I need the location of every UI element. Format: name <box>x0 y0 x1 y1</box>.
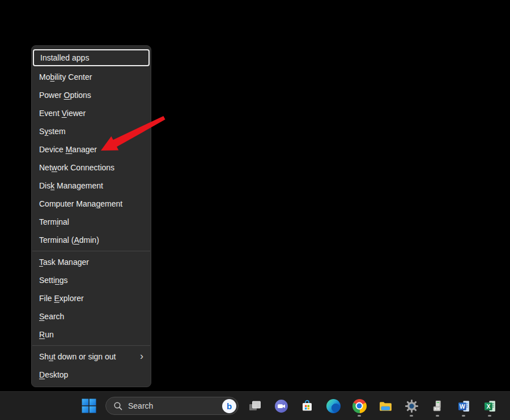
microsoft-store-button[interactable] <box>298 393 317 418</box>
menu-item-label: Computer Management <box>39 199 122 208</box>
menu-separator <box>32 251 150 251</box>
menu-item-search[interactable]: Search <box>32 307 151 325</box>
gear-icon <box>405 399 419 413</box>
menu-item-label: Terminal <box>39 217 69 226</box>
excel-icon: X <box>483 399 497 413</box>
menu-item-label: Settings <box>39 276 68 285</box>
excel-button[interactable]: X <box>480 393 499 418</box>
menu-item-device-manager[interactable]: Device Manager <box>32 140 151 158</box>
settings-button[interactable] <box>402 393 421 418</box>
chevron-right-icon: › <box>140 348 143 366</box>
word-button[interactable]: W <box>454 393 473 418</box>
menu-item-label: Device Manager <box>39 145 97 154</box>
task-view-button[interactable] <box>245 393 265 418</box>
menu-item-label: Terminal (Admin) <box>39 235 99 245</box>
menu-item-label: Desktop <box>39 370 68 379</box>
chat-button[interactable] <box>271 393 291 418</box>
menu-item-label: System <box>39 127 66 136</box>
menu-item-network-connections[interactable]: Network Connections <box>32 158 151 177</box>
menu-item-label: Mobility Center <box>39 72 92 82</box>
menu-item-run[interactable]: Run <box>32 325 151 344</box>
search-icon <box>113 401 123 411</box>
taskbar: Search b <box>0 391 510 420</box>
taskbar-center-group: Search b <box>79 392 499 420</box>
chat-icon <box>274 399 288 413</box>
hardware-device-icon <box>431 399 444 413</box>
menu-item-installed-apps[interactable]: Installed apps <box>33 49 150 66</box>
menu-item-label: Disk Management <box>39 181 103 190</box>
menu-item-power-options[interactable]: Power Options <box>32 86 151 104</box>
menu-separator <box>32 345 150 346</box>
menu-item-settings[interactable]: Settings <box>32 271 151 289</box>
word-icon: W <box>457 399 471 413</box>
menu-item-label: Shut down or sign out <box>39 352 116 361</box>
winx-menu: Installed apps Mobility Center Power Opt… <box>31 45 151 387</box>
bing-chat-icon[interactable]: b <box>222 399 236 413</box>
desktop: Installed apps Mobility Center Power Opt… <box>0 0 510 420</box>
menu-item-label: Installed apps <box>40 53 89 62</box>
menu-item-task-manager[interactable]: Task Manager <box>32 253 151 271</box>
file-explorer-button[interactable] <box>376 393 395 418</box>
menu-item-label: Power Options <box>39 91 91 100</box>
menu-item-mobility-center[interactable]: Mobility Center <box>32 68 151 86</box>
menu-item-system[interactable]: System <box>32 122 151 140</box>
svg-text:W: W <box>459 403 465 409</box>
menu-item-label: Search <box>39 312 64 321</box>
windows-logo-icon <box>82 398 96 413</box>
menu-item-label: Event Viewer <box>39 109 86 118</box>
menu-item-computer-management[interactable]: Computer Management <box>32 195 151 213</box>
microsoft-store-icon <box>300 399 314 413</box>
device-manager-button[interactable] <box>428 393 447 418</box>
chrome-button[interactable] <box>350 393 369 418</box>
menu-item-terminal[interactable]: Terminal <box>32 213 151 231</box>
menu-item-label: Run <box>39 330 54 339</box>
menu-item-label: Task Manager <box>39 258 89 267</box>
chrome-icon <box>352 399 367 413</box>
menu-item-shut-down-or-sign-out[interactable]: Shut down or sign out› <box>32 348 151 366</box>
menu-item-file-explorer[interactable]: File Explorer <box>32 289 151 307</box>
menu-item-label: File Explorer <box>39 294 84 303</box>
menu-item-event-viewer[interactable]: Event Viewer <box>32 104 151 122</box>
search-placeholder: Search <box>128 401 222 410</box>
file-explorer-icon <box>379 399 393 413</box>
task-view-icon <box>248 399 262 413</box>
svg-text:X: X <box>486 403 490 409</box>
menu-item-terminal-admin[interactable]: Terminal (Admin) <box>32 231 151 249</box>
edge-button[interactable] <box>324 393 343 418</box>
menu-item-desktop[interactable]: Desktop <box>32 366 151 384</box>
taskbar-search[interactable]: Search b <box>105 397 239 415</box>
edge-icon <box>326 399 341 413</box>
start-button[interactable] <box>79 393 99 418</box>
menu-item-disk-management[interactable]: Disk Management <box>32 177 151 195</box>
menu-item-label: Network Connections <box>39 163 114 172</box>
